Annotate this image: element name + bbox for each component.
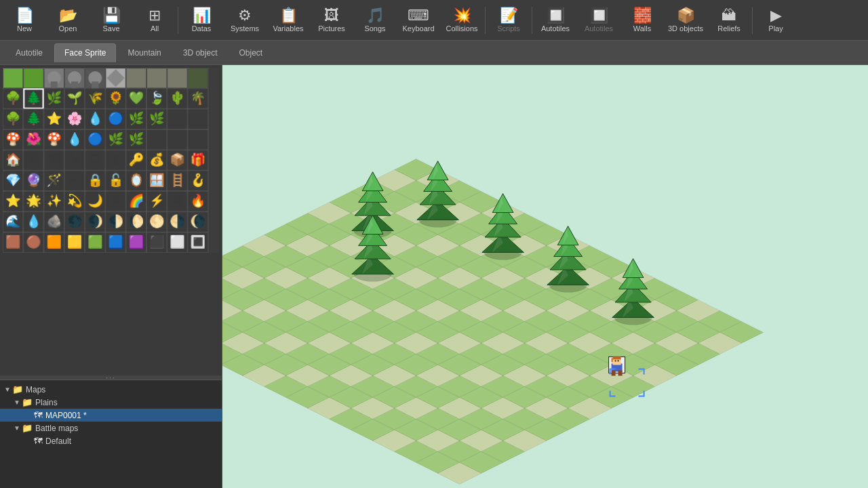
save-button[interactable]: 💾 Save (90, 1, 133, 39)
new-icon: 📄 (16, 8, 34, 23)
autotiles-icon: 🔲 (547, 8, 565, 23)
open-button[interactable]: 📂 Open (46, 1, 90, 39)
new-button[interactable]: 📄 New (3, 1, 46, 39)
walls-button[interactable]: 🧱 Walls (620, 1, 664, 39)
datas-button[interactable]: 📊 Datas (180, 1, 223, 39)
tab-face-sprite[interactable]: Face Sprite (54, 43, 116, 62)
songs-icon: 🎵 (366, 8, 384, 23)
systems-button[interactable]: ⚙ Systems (223, 1, 267, 39)
reliefs-icon: 🏔 (722, 8, 736, 23)
folder-icon-battle-maps: 📁 (22, 423, 33, 433)
tree-arrow-maps: ▼ (3, 386, 12, 393)
game-canvas[interactable] (222, 65, 868, 488)
scripts-button: 📝 Scripts (487, 1, 530, 39)
play-button[interactable]: ▶ Play (754, 1, 797, 39)
tree-item-maps[interactable]: ▼ 📁 Maps (0, 383, 222, 396)
scripts-icon: 📝 (500, 8, 518, 23)
pictures-icon: 🖼 (324, 8, 339, 23)
datas-icon: 📊 (193, 8, 211, 23)
songs-button[interactable]: 🎵 Songs (353, 1, 397, 39)
keyboard-icon: ⌨ (408, 8, 429, 23)
tabs-row: Autotile Face Sprite Mountain 3D object … (0, 41, 868, 65)
left-panel: ▼ 📁 Maps ▼ 📁 Plains ▶ 🗺 MAP0001 * ▼ 📁 Ba… (0, 65, 222, 488)
pictures-button[interactable]: 🖼 Pictures (310, 1, 353, 39)
tab-autotile[interactable]: Autotile (5, 43, 53, 62)
palette-canvas[interactable] (3, 68, 219, 253)
variables-button[interactable]: 📋 Variables (267, 1, 310, 39)
map-tree: ▼ 📁 Maps ▼ 📁 Plains ▶ 🗺 MAP0001 * ▼ 📁 Ba… (0, 380, 222, 488)
walls-icon: 🧱 (633, 8, 652, 23)
variables-icon: 📋 (279, 8, 298, 23)
tree-arrow-battle-maps: ▼ (12, 424, 22, 432)
folder-icon-plains: 📁 (22, 397, 33, 407)
autotiles2-button: 🔲 Autotiles (577, 1, 620, 39)
keyboard-button[interactable]: ⌨ Keyboard (397, 1, 440, 39)
tab-3d-object[interactable]: 3D object (173, 43, 228, 62)
tree-arrow-plains: ▼ (12, 399, 22, 406)
main-area: ▼ 📁 Maps ▼ 📁 Plains ▶ 🗺 MAP0001 * ▼ 📁 Ba… (0, 65, 868, 488)
play-icon: ▶ (770, 8, 782, 23)
3dobjects-icon: 📦 (677, 8, 695, 23)
all-icon: ⊞ (149, 8, 161, 23)
open-icon: 📂 (59, 8, 77, 23)
collisions-icon: 💥 (453, 8, 471, 23)
separator-4 (752, 7, 753, 34)
separator-2 (485, 7, 486, 34)
tree-item-map0001[interactable]: ▶ 🗺 MAP0001 * (0, 409, 222, 422)
folder-icon-maps: 📁 (12, 384, 23, 394)
tab-object[interactable]: Object (229, 43, 273, 62)
reliefs-button[interactable]: 🏔 Reliefs (707, 1, 751, 39)
3dobjects-button[interactable]: 📦 3D objects (664, 1, 707, 39)
map-icon-default: 🗺 (34, 436, 43, 446)
tree-item-default[interactable]: ▶ 🗺 Default (0, 434, 222, 447)
all-button[interactable]: ⊞ All (133, 1, 176, 39)
autotiles-button[interactable]: 🔲 Autotiles (534, 1, 577, 39)
tree-item-plains[interactable]: ▼ 📁 Plains (0, 396, 222, 409)
separator-3 (532, 7, 532, 34)
collisions-button[interactable]: 💥 Collisions (440, 1, 484, 39)
autotiles2-icon: 🔲 (590, 8, 608, 23)
separator-1 (178, 7, 178, 34)
tree-item-battle-maps[interactable]: ▼ 📁 Battle maps (0, 422, 222, 434)
map-icon-map0001: 🗺 (34, 410, 43, 420)
save-icon: 💾 (102, 8, 121, 23)
tab-mountain[interactable]: Mountain (117, 43, 171, 62)
toolbar: 📄 New 📂 Open 💾 Save ⊞ All 📊 Datas ⚙ Syst… (0, 0, 868, 41)
canvas-area[interactable] (222, 65, 868, 488)
sprite-palette (0, 65, 222, 375)
systems-icon: ⚙ (238, 8, 252, 23)
